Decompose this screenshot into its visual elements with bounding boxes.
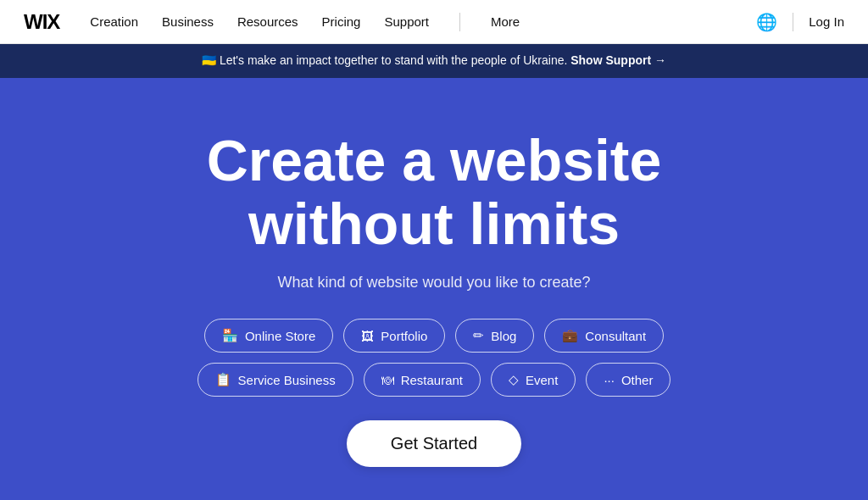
event-icon: ◇: [509, 372, 519, 387]
nav-resources[interactable]: Resources: [237, 14, 298, 29]
nav-divider: [459, 13, 460, 31]
online-store-label: Online Store: [245, 329, 315, 343]
type-event[interactable]: ◇ Event: [491, 363, 576, 397]
consultant-label: Consultant: [585, 329, 646, 343]
nav-pricing[interactable]: Pricing: [322, 14, 361, 29]
type-online-store[interactable]: 🏪 Online Store: [204, 319, 333, 353]
other-label: Other: [621, 373, 654, 387]
restaurant-icon: 🍽: [381, 373, 394, 387]
website-types: 🏪 Online Store 🖼 Portfolio ✏ Blog 💼 Cons…: [198, 319, 671, 397]
online-store-icon: 🏪: [222, 328, 238, 343]
ukraine-banner: 🇺🇦 Let's make an impact together to stan…: [0, 44, 868, 78]
type-portfolio[interactable]: 🖼 Portfolio: [343, 319, 445, 353]
navbar: WIX Creation Business Resources Pricing …: [0, 0, 868, 44]
ukraine-flag: 🇺🇦: [202, 53, 216, 67]
website-types-row-2: 📋 Service Business 🍽 Restaurant ◇ Event …: [198, 363, 671, 397]
type-other[interactable]: ··· Other: [586, 363, 670, 397]
nav-right-divider: [793, 13, 793, 31]
wix-logo[interactable]: WIX: [24, 10, 59, 34]
nav-right: 🌐 Log In: [756, 12, 844, 32]
nav-business[interactable]: Business: [162, 14, 214, 29]
type-consultant[interactable]: 💼 Consultant: [544, 319, 664, 353]
nav-creation[interactable]: Creation: [90, 14, 138, 29]
nav-links: Creation Business Resources Pricing Supp…: [90, 13, 756, 31]
nav-more[interactable]: More: [491, 14, 520, 29]
hero-section: Create a website without limits What kin…: [0, 78, 868, 500]
nav-support[interactable]: Support: [384, 14, 429, 29]
other-icon: ···: [604, 373, 615, 387]
portfolio-icon: 🖼: [361, 329, 374, 343]
service-business-icon: 📋: [215, 372, 231, 387]
restaurant-label: Restaurant: [401, 373, 463, 387]
ukraine-text: Let's make an impact together to stand w…: [220, 53, 570, 67]
portfolio-label: Portfolio: [381, 329, 427, 343]
blog-label: Blog: [491, 329, 516, 343]
type-service-business[interactable]: 📋 Service Business: [198, 363, 353, 397]
service-business-label: Service Business: [238, 373, 336, 387]
login-button[interactable]: Log In: [809, 14, 844, 29]
event-label: Event: [526, 373, 558, 387]
consultant-icon: 💼: [562, 328, 578, 343]
blog-icon: ✏: [473, 328, 484, 343]
get-started-button[interactable]: Get Started: [347, 420, 521, 467]
website-types-row-1: 🏪 Online Store 🖼 Portfolio ✏ Blog 💼 Cons…: [204, 319, 664, 353]
type-blog[interactable]: ✏ Blog: [455, 319, 534, 353]
hero-title: Create a website without limits: [116, 129, 752, 256]
hero-subtitle: What kind of website would you like to c…: [277, 274, 590, 292]
globe-icon[interactable]: 🌐: [756, 12, 777, 32]
show-support-link[interactable]: Show Support →: [570, 53, 666, 67]
type-restaurant[interactable]: 🍽 Restaurant: [364, 363, 481, 397]
